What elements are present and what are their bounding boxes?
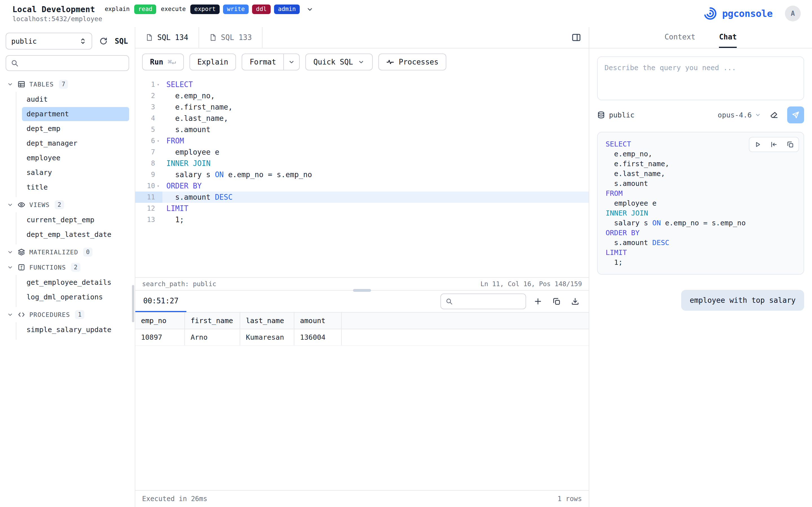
run-snippet-button[interactable] — [749, 137, 766, 152]
column-header[interactable]: emp_no — [135, 313, 185, 329]
section-header-views[interactable]: VIEWS 2 — [0, 197, 135, 212]
code-token: ORDER BY — [606, 229, 640, 237]
sidebar-scrollbar[interactable] — [132, 285, 134, 322]
format-button[interactable]: Format — [242, 54, 283, 70]
eye-icon — [17, 201, 26, 209]
editor-line: 10▾ ORDER BY — [135, 180, 589, 191]
copy-results-button[interactable] — [550, 295, 563, 308]
snippet-line-code: e.emp_no, — [606, 150, 652, 158]
toggle-right-panel-button[interactable] — [569, 31, 583, 44]
tree-item-procedure[interactable]: simple_salary_update — [22, 323, 129, 337]
insert-snippet-button[interactable] — [766, 137, 782, 152]
refresh-button[interactable] — [97, 34, 110, 48]
results-search-box[interactable] — [441, 293, 526, 309]
permission-badge: admin — [274, 4, 300, 14]
workspace-title: Local Development — [12, 5, 95, 14]
schema-context-label: public — [609, 111, 635, 119]
tree-item-table[interactable]: dept_manager — [22, 136, 129, 151]
clear-chat-button[interactable] — [767, 108, 781, 122]
sql-tab[interactable]: SQL 133 — [199, 27, 263, 48]
line-number: 5 — [151, 124, 155, 135]
tree-item-table[interactable]: audit — [22, 93, 129, 107]
column-header[interactable]: last_name — [240, 313, 294, 329]
snippet-line: s.amount DESC — [606, 238, 796, 247]
line-gutter: 13 — [135, 214, 162, 225]
tree-item-table[interactable]: department — [22, 107, 129, 121]
section-header-procedures[interactable]: PROCEDURES 1 — [0, 307, 135, 322]
sidebar-search-box[interactable] — [6, 55, 129, 71]
schema-context-chip[interactable]: public — [597, 111, 635, 119]
format-dropdown-button[interactable] — [283, 54, 300, 70]
chat-input[interactable] — [605, 62, 797, 94]
format-split-button: Format — [242, 54, 300, 70]
workspace-switcher-button[interactable] — [306, 5, 314, 13]
line-number: 7 — [151, 147, 155, 158]
section-views: VIEWS 2 current_dept_emp dept_emp_latest… — [0, 197, 135, 244]
tree-item-table[interactable]: salary — [22, 166, 129, 180]
line-gutter: 2 — [135, 90, 162, 101]
section-header-functions[interactable]: FUNCTIONS 2 — [0, 260, 135, 275]
sql-tabs: SQL 134 SQL 133 — [135, 27, 262, 48]
sql-mode-toggle[interactable]: SQL — [115, 37, 129, 45]
section-count-badge: 2 — [71, 263, 80, 272]
processes-button[interactable]: Processes — [378, 54, 446, 70]
tab-context[interactable]: Context — [665, 27, 696, 48]
result-tab[interactable]: 00:51:27 — [135, 291, 186, 312]
tree-item-table[interactable]: employee — [22, 151, 129, 165]
sql-tab[interactable]: SQL 134 — [135, 27, 199, 48]
cursor-position-status: Ln 11, Col 16, Pos 148/159 — [480, 280, 582, 288]
run-button[interactable]: Run ⌘↵ — [142, 54, 184, 70]
copy-snippet-button[interactable] — [782, 137, 799, 152]
editor-line: 6▾ FROM — [135, 135, 589, 147]
code-token: LIMIT — [606, 248, 627, 257]
explain-button[interactable]: Explain — [190, 54, 236, 70]
execution-time: Executed in 26ms — [142, 495, 207, 503]
search-path-status: search_path: public — [142, 280, 216, 288]
line-number: 8 — [151, 158, 155, 169]
editor-line: 12 LIMIT — [135, 203, 589, 214]
table-row[interactable]: 10897ArnoKumaresan136004 — [135, 329, 589, 346]
quick-sql-label: Quick SQL — [313, 58, 353, 66]
splitter-handle[interactable] — [353, 289, 371, 292]
section-header-materialized[interactable]: MATERIALIZED 0 — [0, 244, 135, 260]
add-result-tab-button[interactable] — [531, 295, 545, 308]
sql-editor[interactable]: 1▾ SELECT 2 e.emp_no, 3 e.first_name, — [135, 75, 589, 277]
snippet-line-code: LIMIT — [606, 248, 627, 257]
fold-marker-icon[interactable]: ▾ — [155, 79, 161, 90]
results-search-input[interactable] — [456, 297, 521, 305]
model-select[interactable]: opus-4.6 — [718, 111, 761, 119]
send-button[interactable] — [787, 107, 804, 123]
assistant-panel: Context Chat public opus-4.6 — [589, 27, 812, 507]
fold-marker-icon[interactable]: ▾ — [155, 135, 161, 147]
line-code: salary s ON e.emp_no = s.emp_no — [162, 169, 312, 180]
tree-item-function[interactable]: log_dml_operations — [22, 290, 129, 304]
user-avatar[interactable]: A — [785, 6, 801, 21]
assistant-sql-code: SELECT e.emp_no, e.first_name, e.last_na… — [606, 139, 796, 267]
tree-item-view[interactable]: current_dept_emp — [22, 213, 129, 227]
tree-item-table[interactable]: title — [22, 180, 129, 194]
editor-statusbar: search_path: public Ln 11, Col 16, Pos 1… — [135, 277, 589, 291]
editor-line: 4 e.last_name, — [135, 113, 589, 124]
row-count: 1 rows — [557, 495, 582, 503]
column-header[interactable]: amount — [294, 313, 342, 329]
tree-item-table[interactable]: dept_emp — [22, 122, 129, 136]
editor-line: 2 e.emp_no, — [135, 90, 589, 101]
line-code: e.last_name, — [162, 113, 228, 124]
section-tables: TABLES 7 audit department dept_emp dept_… — [0, 76, 135, 197]
snippet-line: e.last_name, — [606, 169, 796, 179]
sidebar-search-input[interactable] — [22, 59, 124, 67]
tab-chat[interactable]: Chat — [719, 27, 737, 48]
quick-sql-button[interactable]: Quick SQL — [305, 54, 373, 70]
download-results-button[interactable] — [568, 295, 582, 308]
fold-marker-icon[interactable]: ▾ — [155, 180, 161, 191]
line-code: INNER JOIN — [162, 158, 211, 169]
line-number: 1 — [151, 79, 155, 90]
connection-string: localhost:5432/employee — [12, 15, 314, 22]
schema-select[interactable]: public — [6, 33, 92, 50]
column-header[interactable]: first_name — [185, 313, 240, 329]
tree-item-function[interactable]: get_employee_details — [22, 276, 129, 290]
chevron-down-icon — [288, 58, 295, 66]
section-header-tables[interactable]: TABLES 7 — [0, 76, 135, 92]
tree-item-view[interactable]: dept_emp_latest_date — [22, 228, 129, 242]
code-token: 1; — [166, 216, 184, 224]
